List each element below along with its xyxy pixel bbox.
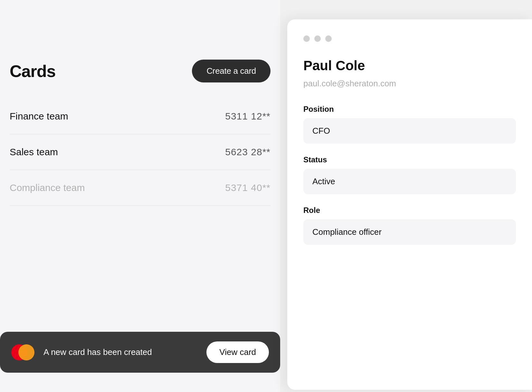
table-row: Finance team 5311 12** (10, 99, 271, 134)
mastercard-logo-icon (11, 344, 34, 361)
card-list: Finance team 5311 12** Sales team 5623 2… (10, 99, 271, 206)
view-card-button[interactable]: View card (206, 341, 269, 363)
table-row: Compliance team 5371 40** (10, 170, 271, 206)
position-value: CFO (303, 118, 516, 144)
card-team-name: Compliance team (10, 182, 225, 193)
create-card-button[interactable]: Create a card (192, 60, 271, 82)
profile-name: Paul Cole (303, 58, 516, 73)
left-panel: Cards Create a card Finance team 5311 12… (0, 0, 280, 392)
status-label: Status (303, 155, 516, 164)
page-title: Cards (10, 62, 55, 81)
window-dot-1 (303, 35, 310, 42)
mastercard-orange-circle (18, 344, 34, 360)
window-dot-2 (314, 35, 321, 42)
status-value: Active (303, 169, 516, 194)
role-label: Role (303, 206, 516, 215)
notification-message: A new card has been created (43, 347, 197, 357)
role-value: Compliance officer (303, 219, 516, 245)
notification-banner: A new card has been created View card (0, 332, 280, 373)
cards-header: Cards Create a card (10, 60, 271, 82)
position-label: Position (303, 105, 516, 114)
right-panel: Paul Cole paul.cole@sheraton.com Positio… (287, 19, 532, 390)
card-team-name: Sales team (10, 147, 225, 158)
card-number: 5623 28** (225, 147, 271, 158)
card-team-name: Finance team (10, 111, 225, 122)
card-number: 5371 40** (225, 182, 271, 193)
window-dot-3 (325, 35, 332, 42)
card-number: 5311 12** (225, 111, 271, 122)
table-row: Sales team 5623 28** (10, 134, 271, 170)
profile-email: paul.cole@sheraton.com (303, 79, 516, 89)
window-controls (303, 32, 516, 42)
